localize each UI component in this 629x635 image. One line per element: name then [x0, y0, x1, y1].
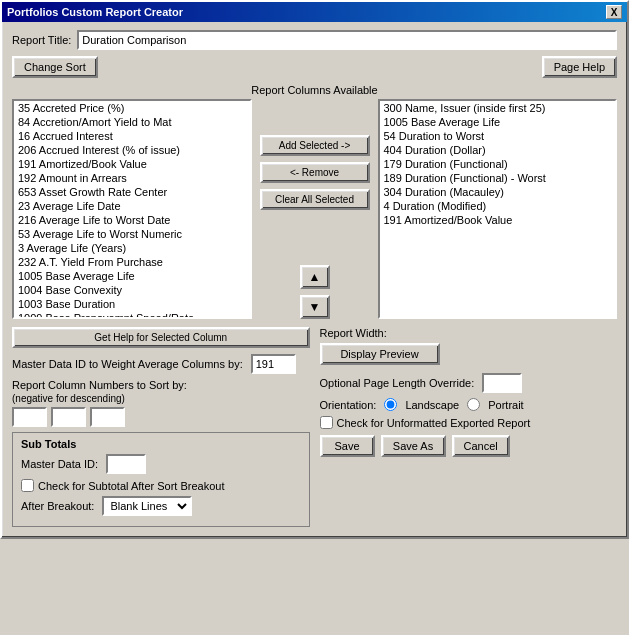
available-columns-listbox[interactable]: 35 Accreted Price (%)84 Accretion/Amort …	[12, 99, 252, 319]
sort-col3-input[interactable]	[90, 407, 125, 427]
subtotals-title: Sub Totals	[21, 438, 301, 450]
window-title: Portfolios Custom Report Creator	[7, 6, 183, 18]
sort-hint: Report Column Numbers to Sort by:	[12, 379, 310, 391]
arrow-buttons: ▲ ▼	[300, 265, 330, 319]
master-data-id-label: Master Data ID to Weight Average Columns…	[12, 358, 243, 370]
main-window: Portfolios Custom Report Creator X Repor…	[0, 0, 629, 539]
sort-columns-label: Report Column Numbers to Sort by:	[12, 379, 187, 391]
list-item[interactable]: 653 Asset Growth Rate Center	[14, 185, 250, 199]
master-data-id-row: Master Data ID to Weight Average Columns…	[12, 354, 310, 374]
display-preview-button[interactable]: Display Preview	[320, 343, 440, 365]
change-sort-button[interactable]: Change Sort	[12, 56, 98, 78]
sort-hint-text: (negative for descending)	[12, 393, 310, 404]
portrait-label: Portrait	[488, 399, 523, 411]
after-breakout-select[interactable]: Blank Lines Page Break	[102, 496, 192, 516]
selected-columns-listbox[interactable]: 300 Name, Issuer (inside first 25)1005 B…	[378, 99, 618, 319]
list-item[interactable]: 300 Name, Issuer (inside first 25)	[380, 101, 616, 115]
list-item[interactable]: 3 Average Life (Years)	[14, 241, 250, 255]
save-button[interactable]: Save	[320, 435, 375, 457]
available-columns-label: Report Columns Available	[12, 84, 617, 96]
list-item[interactable]: 206 Accrued Interest (% of issue)	[14, 143, 250, 157]
move-up-button[interactable]: ▲	[300, 265, 330, 289]
optional-page-length-label: Optional Page Length Override:	[320, 377, 475, 389]
orientation-row: Orientation: Landscape Portrait	[320, 398, 618, 411]
cancel-button[interactable]: Cancel	[452, 435, 510, 457]
clear-all-button[interactable]: Clear All Selected	[260, 189, 370, 210]
list-item[interactable]: 1005 Base Average Life	[380, 115, 616, 129]
save-as-button[interactable]: Save As	[381, 435, 446, 457]
orientation-label: Orientation:	[320, 399, 377, 411]
list-item[interactable]: 84 Accretion/Amort Yield to Mat	[14, 115, 250, 129]
remove-button[interactable]: <- Remove	[260, 162, 370, 183]
list-item[interactable]: 53 Average Life to Worst Numeric	[14, 227, 250, 241]
list-item[interactable]: 216 Average Life to Worst Date	[14, 213, 250, 227]
list-item[interactable]: 232 A.T. Yield From Purchase	[14, 255, 250, 269]
master-data-id-input[interactable]	[251, 354, 296, 374]
portrait-radio[interactable]	[467, 398, 480, 411]
add-selected-button[interactable]: Add Selected ->	[260, 135, 370, 156]
list-item[interactable]: 23 Average Life Date	[14, 199, 250, 213]
close-button[interactable]: X	[606, 5, 622, 19]
list-item[interactable]: 192 Amount in Arrears	[14, 171, 250, 185]
list-item[interactable]: 4 Duration (Modified)	[380, 199, 616, 213]
save-buttons-row: Save Save As Cancel	[320, 435, 618, 457]
list-item[interactable]: 1003 Base Duration	[14, 297, 250, 311]
subtotals-checkbox[interactable]	[21, 479, 34, 492]
middle-controls: Add Selected -> <- Remove Clear All Sele…	[252, 99, 378, 319]
available-columns-panel: 35 Accreted Price (%)84 Accretion/Amort …	[12, 99, 252, 319]
sort-col2-input[interactable]	[51, 407, 86, 427]
subtotals-group: Sub Totals Master Data ID: Check for Sub…	[12, 432, 310, 527]
subtotals-master-id-row: Master Data ID:	[21, 454, 301, 474]
list-item[interactable]: 304 Duration (Macauley)	[380, 185, 616, 199]
sort-col1-input[interactable]	[12, 407, 47, 427]
list-item[interactable]: 1005 Base Average Life	[14, 269, 250, 283]
report-title-label: Report Title:	[12, 34, 71, 46]
columns-area: 35 Accreted Price (%)84 Accretion/Amort …	[12, 99, 617, 319]
bottom-left-panel: Get Help for Selected Column Master Data…	[12, 327, 310, 527]
list-item[interactable]: 1009 Base Prepayemnt Speed/Rate	[14, 311, 250, 319]
landscape-radio[interactable]	[384, 398, 397, 411]
top-button-row: Change Sort Page Help	[12, 56, 617, 78]
selected-columns-panel: 300 Name, Issuer (inside first 25)1005 B…	[378, 99, 618, 319]
report-title-input[interactable]	[77, 30, 617, 50]
report-title-row: Report Title:	[12, 30, 617, 50]
report-width-label: Report Width:	[320, 327, 387, 339]
title-bar: Portfolios Custom Report Creator X	[2, 2, 627, 22]
list-item[interactable]: 189 Duration (Functional) - Worst	[380, 171, 616, 185]
move-down-button[interactable]: ▼	[300, 295, 330, 319]
optional-page-length-row: Optional Page Length Override:	[320, 373, 618, 393]
list-item[interactable]: 35 Accreted Price (%)	[14, 101, 250, 115]
subtotals-check-label: Check for Subtotal After Sort Breakout	[38, 480, 224, 492]
unformatted-checkbox[interactable]	[320, 416, 333, 429]
get-help-button[interactable]: Get Help for Selected Column	[12, 327, 310, 348]
list-item[interactable]: 191 Amortized/Book Value	[380, 213, 616, 227]
list-item[interactable]: 54 Duration to Worst	[380, 129, 616, 143]
unformatted-label: Check for Unformatted Exported Report	[337, 417, 531, 429]
list-item[interactable]: 191 Amortized/Book Value	[14, 157, 250, 171]
sort-inputs-row	[12, 407, 310, 427]
list-item[interactable]: 404 Duration (Dollar)	[380, 143, 616, 157]
subtotals-check-row: Check for Subtotal After Sort Breakout	[21, 479, 301, 492]
landscape-label: Landscape	[405, 399, 459, 411]
bottom-right-panel: Report Width: Display Preview Optional P…	[320, 327, 618, 527]
after-breakout-row: After Breakout: Blank Lines Page Break	[21, 496, 301, 516]
after-breakout-label: After Breakout:	[21, 500, 94, 512]
unformatted-check-row: Check for Unformatted Exported Report	[320, 416, 618, 429]
list-item[interactable]: 1004 Base Convexity	[14, 283, 250, 297]
content-area: Report Title: Change Sort Page Help Repo…	[2, 22, 627, 537]
list-item[interactable]: 16 Accrued Interest	[14, 129, 250, 143]
subtotals-master-id-input[interactable]	[106, 454, 146, 474]
subtotals-master-id-label: Master Data ID:	[21, 458, 98, 470]
page-help-button[interactable]: Page Help	[542, 56, 617, 78]
bottom-area: Get Help for Selected Column Master Data…	[12, 327, 617, 527]
optional-page-length-input[interactable]	[482, 373, 522, 393]
list-item[interactable]: 179 Duration (Functional)	[380, 157, 616, 171]
